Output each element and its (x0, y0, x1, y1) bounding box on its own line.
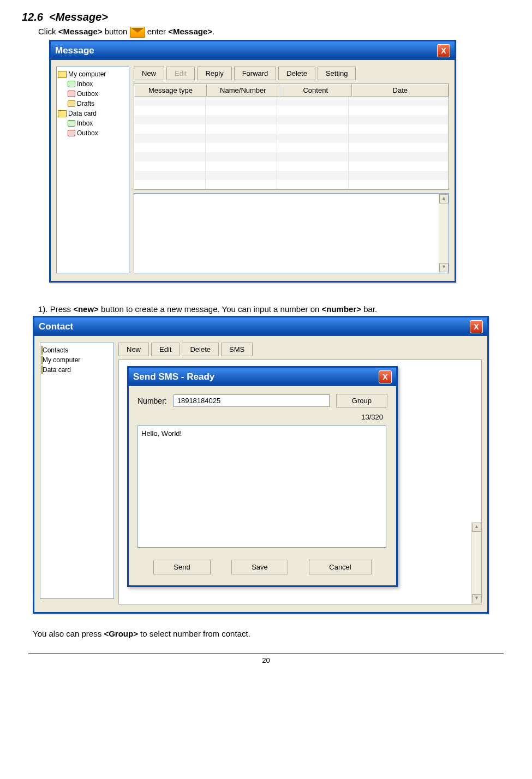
tree-node-mycomputer[interactable]: My computer (58, 69, 128, 79)
message-preview: ▲ ▼ (134, 193, 449, 273)
message-window: Message X My computer Inbox Outbox Draft… (49, 40, 456, 283)
section-number: 12.6 (22, 11, 43, 23)
message-icon (130, 27, 145, 38)
cancel-button[interactable]: Cancel (309, 560, 371, 574)
scrollbar[interactable]: ▲ ▼ (439, 194, 449, 273)
table-row (134, 171, 449, 180)
contact-window: Contact X Contacts My computer Data card… (33, 316, 489, 614)
folder-icon (58, 71, 67, 78)
window-body: Contacts My computer Data card New Edit … (34, 336, 487, 612)
window-title: Contact (39, 321, 73, 332)
table-row (134, 161, 449, 171)
send-sms-dialog: Send SMS - Ready X Number: Group 13/320 … (127, 366, 398, 587)
table-row (134, 152, 449, 161)
tree-node-outbox[interactable]: Outbox (68, 128, 128, 138)
scroll-down-icon[interactable]: ▼ (472, 594, 481, 603)
tree-node-outbox[interactable]: Outbox (68, 89, 128, 99)
tree-node-contacts[interactable]: Contacts (41, 345, 112, 355)
outbox-icon (68, 91, 75, 97)
close-icon[interactable]: X (470, 320, 483, 333)
forward-button[interactable]: Forward (234, 67, 277, 80)
edit-button[interactable]: Edit (151, 343, 180, 356)
table-row (134, 106, 449, 115)
scroll-down-icon[interactable]: ▼ (439, 263, 449, 272)
section-title-text: <Message> (49, 11, 108, 23)
dialog-buttons: Send Save Cancel (129, 550, 396, 585)
save-button[interactable]: Save (231, 560, 288, 574)
page-number: 20 (22, 656, 510, 664)
table-row (134, 134, 449, 143)
inbox-icon (68, 120, 75, 127)
section-heading: 12.6 <Message> (22, 11, 510, 23)
dialog-title: Send SMS - Ready (133, 371, 214, 382)
table-row (134, 97, 449, 106)
char-counter: 13/320 (129, 411, 396, 426)
tree-node-inbox[interactable]: Inbox (68, 79, 128, 89)
col-message-type[interactable]: Message type (134, 84, 207, 97)
titlebar: Send SMS - Ready X (129, 368, 396, 386)
close-icon[interactable]: X (379, 370, 392, 383)
message-table: Message type Name/Number Content Date (134, 83, 449, 190)
close-icon[interactable]: X (437, 44, 450, 57)
number-row: Number: Group (129, 386, 396, 411)
scroll-up-icon[interactable]: ▲ (472, 523, 481, 532)
titlebar: Message X (51, 41, 455, 60)
col-name-number[interactable]: Name/Number (207, 84, 279, 97)
delete-button[interactable]: Delete (182, 343, 219, 356)
number-input[interactable] (174, 394, 330, 407)
sms-button[interactable]: SMS (221, 343, 253, 356)
sms-body-input[interactable] (138, 426, 386, 548)
delete-button[interactable]: Delete (278, 67, 315, 80)
toolbar: New Edit Delete SMS (118, 343, 482, 356)
number-label: Number: (138, 397, 167, 405)
table-row (134, 180, 449, 189)
scroll-up-icon[interactable]: ▲ (439, 194, 449, 203)
edit-button: Edit (166, 67, 195, 80)
col-date[interactable]: Date (352, 84, 449, 97)
tree-node-mycomputer[interactable]: My computer (41, 355, 112, 365)
setting-button[interactable]: Setting (318, 67, 356, 80)
tree-node-datacard[interactable]: Data card (58, 109, 128, 118)
table-header: Message type Name/Number Content Date (134, 84, 449, 97)
table-row (134, 143, 449, 152)
tree-node-datacard[interactable]: Data card (41, 365, 112, 375)
new-button[interactable]: New (134, 67, 164, 80)
reply-button[interactable]: Reply (197, 67, 231, 80)
inbox-icon (68, 81, 75, 87)
contact-tree[interactable]: Contacts My computer Data card (40, 343, 114, 599)
scrollbar[interactable]: ▲ ▼ (471, 522, 481, 604)
message-main: New Edit Reply Forward Delete Setting Me… (134, 67, 449, 273)
tree-node-inbox[interactable]: Inbox (68, 118, 128, 128)
intro-text: Click <Message> button enter <Message>. (38, 27, 510, 38)
folder-icon (58, 110, 67, 117)
drafts-icon (68, 100, 75, 107)
folder-tree[interactable]: My computer Inbox Outbox Drafts Data car… (56, 67, 129, 273)
send-button[interactable]: Send (153, 560, 210, 574)
new-button[interactable]: New (118, 343, 149, 356)
footer-rule (28, 654, 504, 654)
table-row (134, 124, 449, 134)
outbox-icon (68, 130, 75, 136)
table-row (134, 115, 449, 124)
toolbar: New Edit Reply Forward Delete Setting (134, 67, 449, 80)
footnote-text: You also can press <Group> to select num… (33, 629, 510, 638)
step1-text: 1). Press <new> button to create a new m… (38, 304, 510, 314)
titlebar: Contact X (34, 317, 487, 336)
window-body: My computer Inbox Outbox Drafts Data car… (51, 60, 455, 281)
window-title: Message (55, 45, 94, 56)
tree-node-drafts[interactable]: Drafts (68, 99, 128, 109)
col-content[interactable]: Content (279, 84, 352, 97)
group-button[interactable]: Group (336, 394, 387, 408)
